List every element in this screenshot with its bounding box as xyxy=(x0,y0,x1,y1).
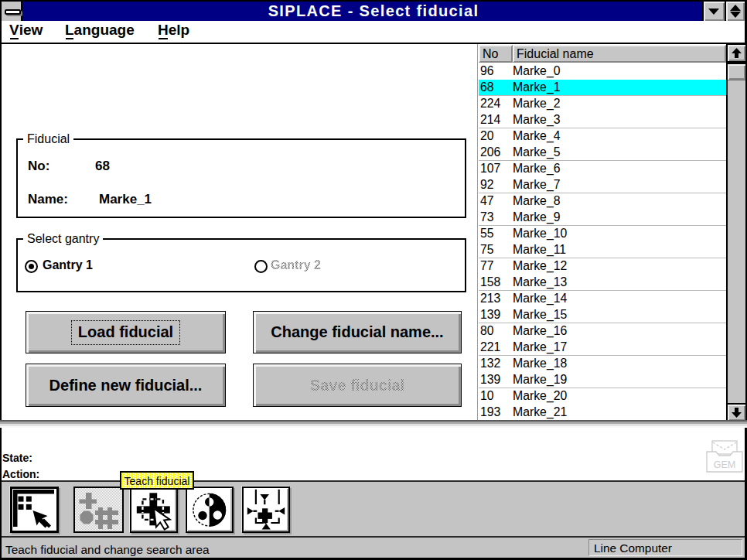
svg-text:GEM: GEM xyxy=(714,459,735,470)
